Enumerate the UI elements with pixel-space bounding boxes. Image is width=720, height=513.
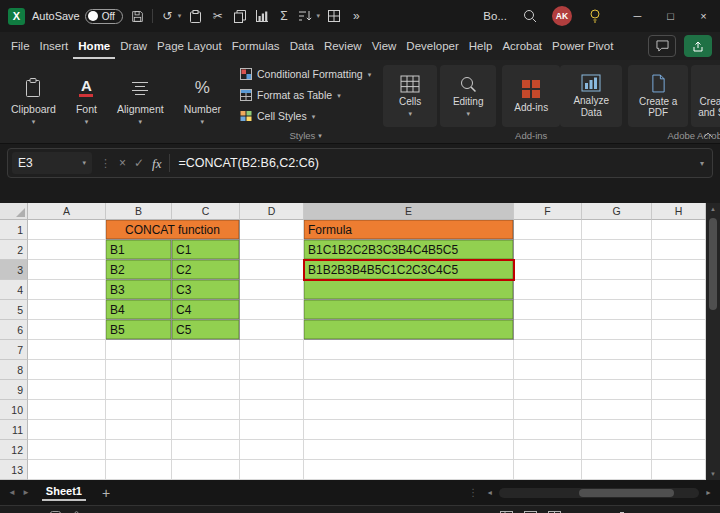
cell-E12[interactable]	[304, 440, 514, 460]
cell-G2[interactable]	[582, 240, 652, 260]
cell-C12[interactable]	[172, 440, 240, 460]
cell-A9[interactable]	[28, 380, 106, 400]
create-pdf-share-button[interactable]: Create a PDF and Share link	[691, 65, 720, 127]
cell-A7[interactable]	[28, 340, 106, 360]
excel-logo-icon[interactable]: X	[8, 8, 25, 25]
cell-G4[interactable]	[582, 280, 652, 300]
cell-E5[interactable]	[304, 300, 514, 320]
cell-G7[interactable]	[582, 340, 652, 360]
menu-tab-power-pivot[interactable]: Power Pivot	[547, 34, 618, 59]
sheet-nav-left-icon[interactable]: ◄	[8, 488, 16, 497]
cell-F8[interactable]	[514, 360, 582, 380]
formula-bar-expand-icon[interactable]: ▾	[700, 159, 704, 168]
cell-F5[interactable]	[514, 300, 582, 320]
sum-icon[interactable]: Σ	[276, 10, 291, 22]
cell-E4[interactable]	[304, 280, 514, 300]
row-header-6[interactable]: 6	[0, 320, 28, 340]
horizontal-scrollbar[interactable]	[499, 488, 699, 498]
cell-F9[interactable]	[514, 380, 582, 400]
row-header-1[interactable]: 1	[0, 220, 28, 240]
cell-H9[interactable]	[652, 380, 706, 400]
cell-H13[interactable]	[652, 460, 706, 480]
cell-B5[interactable]: B4	[106, 300, 172, 320]
column-header-C[interactable]: C	[172, 203, 240, 220]
cell-H3[interactable]	[652, 260, 706, 280]
cell-E7[interactable]	[304, 340, 514, 360]
chart-icon[interactable]	[254, 10, 269, 22]
cell-D4[interactable]	[240, 280, 304, 300]
share-button[interactable]	[684, 35, 712, 57]
vertical-scroll-track[interactable]	[706, 212, 720, 471]
cancel-icon[interactable]: ×	[119, 157, 126, 169]
menu-tab-draw[interactable]: Draw	[115, 34, 152, 59]
cell-E10[interactable]	[304, 400, 514, 420]
cell-D2[interactable]	[240, 240, 304, 260]
cell-G6[interactable]	[582, 320, 652, 340]
cell-E13[interactable]	[304, 460, 514, 480]
menu-tab-file[interactable]: File	[6, 34, 35, 59]
font-button[interactable]: A Font ▾	[69, 63, 104, 143]
create-pdf-button[interactable]: Create a PDF	[628, 65, 688, 127]
vertical-scrollbar[interactable]: ▲ ▼	[706, 203, 720, 480]
cell-C2[interactable]: C1	[172, 240, 240, 260]
document-title[interactable]: Bo...	[483, 10, 507, 22]
select-all-corner[interactable]	[0, 203, 28, 220]
collapse-ribbon-icon[interactable]	[703, 132, 713, 138]
cell-E3[interactable]: B1B2B3B4B5C1C2C3C4C5	[304, 260, 514, 280]
cell-A1[interactable]	[28, 220, 106, 240]
cell-F3[interactable]	[514, 260, 582, 280]
cell-C9[interactable]	[172, 380, 240, 400]
maximize-button[interactable]: □	[654, 0, 687, 32]
sheet-nav-right-icon[interactable]: ►	[22, 488, 30, 497]
cell-styles-button[interactable]: Cell Styles ▾	[236, 109, 375, 123]
cell-B2[interactable]: B1	[106, 240, 172, 260]
cell-F7[interactable]	[514, 340, 582, 360]
cell-F4[interactable]	[514, 280, 582, 300]
format-as-table-button[interactable]: Format as Table ▾	[236, 88, 375, 102]
cell-A3[interactable]	[28, 260, 106, 280]
insert-function-icon[interactable]: fx	[152, 157, 161, 170]
cell-A11[interactable]	[28, 420, 106, 440]
row-header-3[interactable]: 3	[0, 260, 28, 280]
column-header-E[interactable]: E	[304, 203, 514, 220]
conditional-formatting-button[interactable]: Conditional Formatting ▾	[236, 67, 375, 81]
cell-B4[interactable]: B3	[106, 280, 172, 300]
avatar[interactable]: AK	[552, 6, 572, 26]
vertical-scrollbar-thumb[interactable]	[709, 218, 717, 310]
cell-A2[interactable]	[28, 240, 106, 260]
comments-button[interactable]	[648, 35, 676, 57]
cell-G1[interactable]	[582, 220, 652, 240]
cell-E2[interactable]: B1C1B2C2B3C3B4C4B5C5	[304, 240, 514, 260]
lightbulb-icon[interactable]	[587, 9, 602, 23]
table-icon[interactable]	[327, 10, 342, 22]
column-header-A[interactable]: A	[28, 203, 106, 220]
menu-tab-data[interactable]: Data	[285, 34, 319, 59]
cell-H6[interactable]	[652, 320, 706, 340]
cell-B3[interactable]: B2	[106, 260, 172, 280]
cell-H1[interactable]	[652, 220, 706, 240]
menu-tab-page-layout[interactable]: Page Layout	[152, 34, 227, 59]
close-button[interactable]: ×	[687, 0, 720, 32]
cell-D8[interactable]	[240, 360, 304, 380]
cell-D7[interactable]	[240, 340, 304, 360]
cell-C13[interactable]	[172, 460, 240, 480]
enter-icon[interactable]: ✓	[134, 157, 144, 169]
cell-G3[interactable]	[582, 260, 652, 280]
menu-tab-home[interactable]: Home	[73, 34, 115, 59]
cell-G10[interactable]	[582, 400, 652, 420]
tab-scrollbar-splitter[interactable]: ⋮	[468, 487, 478, 498]
menu-tab-developer[interactable]: Developer	[401, 34, 463, 59]
cell-B7[interactable]	[106, 340, 172, 360]
cell-C4[interactable]: C3	[172, 280, 240, 300]
name-box-dropdown-icon[interactable]: ▾	[82, 159, 86, 167]
cell-H7[interactable]	[652, 340, 706, 360]
cell-B10[interactable]	[106, 400, 172, 420]
column-header-H[interactable]: H	[652, 203, 706, 220]
cell-A13[interactable]	[28, 460, 106, 480]
undo-dropdown-icon[interactable]: ▾	[178, 12, 182, 20]
cell-A10[interactable]	[28, 400, 106, 420]
cell-A5[interactable]	[28, 300, 106, 320]
cell-E6[interactable]	[304, 320, 514, 340]
cell-B6[interactable]: B5	[106, 320, 172, 340]
menu-tab-insert[interactable]: Insert	[35, 34, 74, 59]
